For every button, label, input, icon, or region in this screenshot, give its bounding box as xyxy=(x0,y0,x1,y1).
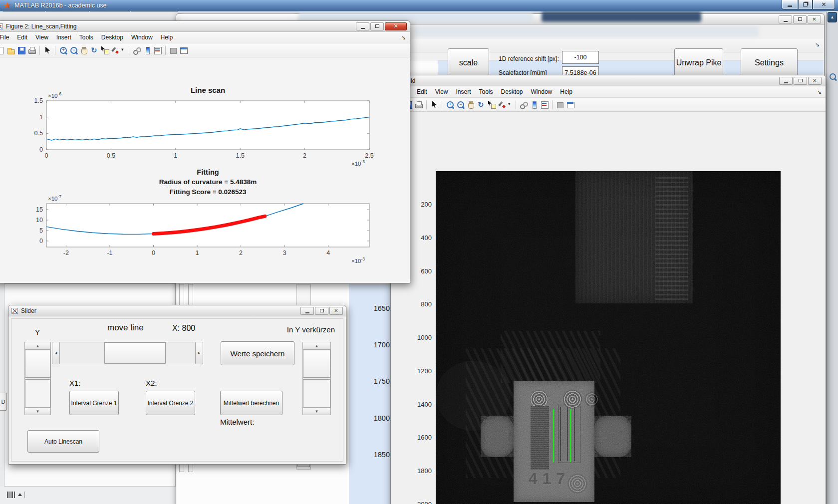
imgfig-close-icon[interactable]: ✕ xyxy=(808,77,822,85)
rotate-3d-icon[interactable] xyxy=(90,46,99,55)
dock-tools-off-icon[interactable] xyxy=(556,100,564,109)
fig2-minimize-button[interactable] xyxy=(356,22,369,30)
svg-text:15: 15 xyxy=(36,206,43,213)
scale-button[interactable]: scale xyxy=(448,48,489,77)
imgfig-dock-arrow-icon[interactable]: ↘ xyxy=(817,89,822,95)
fig2-close-icon[interactable]: ✕ xyxy=(385,22,407,30)
data-cursor-icon[interactable] xyxy=(487,100,496,109)
fig2-maximize-button[interactable] xyxy=(370,22,384,30)
slider-thumb[interactable] xyxy=(104,342,166,364)
auto-linescan-button[interactable]: Auto Linescan xyxy=(27,430,99,453)
maximize-button[interactable] xyxy=(798,0,813,9)
menu-view[interactable]: View xyxy=(31,32,52,42)
menu-edit[interactable]: Edit xyxy=(413,87,431,97)
dock-tools-on-icon[interactable] xyxy=(179,46,188,55)
brush-icon[interactable] xyxy=(111,46,120,55)
slider-trough[interactable] xyxy=(303,379,330,408)
pan-icon[interactable] xyxy=(79,46,88,55)
print-icon[interactable] xyxy=(414,100,423,109)
save-icon[interactable] xyxy=(17,46,26,55)
menu-window[interactable]: Window xyxy=(527,87,557,97)
dock-tools-off-icon[interactable] xyxy=(169,46,178,55)
slider-right-icon[interactable]: ► xyxy=(195,342,203,364)
statusbar-grip[interactable] xyxy=(7,491,25,498)
minimize-button[interactable] xyxy=(782,0,798,9)
slider-window: Slider ✕ Y move line X: 800 In Y verkürz… xyxy=(8,305,346,465)
menu-desktop[interactable]: Desktop xyxy=(97,32,127,42)
link-plot-icon[interactable] xyxy=(132,46,141,55)
interval-grenze-2-button[interactable]: Interval Grenze 2 xyxy=(146,391,195,415)
settings-button[interactable]: Settings xyxy=(741,48,798,77)
blurred-tabs xyxy=(542,11,701,22)
svg-text:0: 0 xyxy=(152,250,155,256)
svg-text:0: 0 xyxy=(45,152,48,159)
menu-tools[interactable]: Tools xyxy=(475,87,497,97)
menu-desktop[interactable]: Desktop xyxy=(497,87,527,97)
slider-up-icon[interactable]: ▲ xyxy=(303,342,330,350)
menu-tools[interactable]: Tools xyxy=(75,32,97,42)
dock-tools-on-icon[interactable] xyxy=(566,100,575,109)
gui-close-icon[interactable]: ✕ xyxy=(808,15,821,23)
caret-icon[interactable] xyxy=(121,46,126,55)
slider-down-icon[interactable]: ▼ xyxy=(25,407,50,415)
magnifier-icon[interactable] xyxy=(829,73,838,83)
y-slider-right[interactable]: ▲ ▼ xyxy=(302,342,331,415)
colorbar-icon[interactable] xyxy=(530,100,539,109)
gui-maximize-button[interactable] xyxy=(793,15,807,23)
unwrap-pike-button[interactable]: Unwrap Pike xyxy=(674,48,723,77)
interval-grenze-1-button[interactable]: Interval Grenze 1 xyxy=(69,391,119,415)
colorbar-icon[interactable] xyxy=(143,46,152,55)
menu-edit[interactable]: Edit xyxy=(13,32,31,42)
print-icon[interactable] xyxy=(27,46,36,55)
gui-dock-arrow-icon[interactable]: ↘ xyxy=(815,41,820,48)
svg-text:2.5: 2.5 xyxy=(365,152,373,159)
menu-help[interactable]: Help xyxy=(556,87,576,97)
mittelwert-berechnen-button[interactable]: Mittelwert berechnen xyxy=(220,391,282,415)
imgfig-minimize-button[interactable] xyxy=(779,77,793,85)
zoom-out-icon[interactable] xyxy=(456,100,465,109)
menu-file[interactable]: File xyxy=(0,32,13,42)
slider-trough[interactable] xyxy=(25,379,50,408)
caret-icon[interactable] xyxy=(508,100,513,109)
slider-close-icon[interactable]: ✕ xyxy=(329,307,343,315)
slider-down-icon[interactable]: ▼ xyxy=(303,407,330,415)
menu-help[interactable]: Help xyxy=(157,32,177,42)
gui-axis-tick-label: 1850 xyxy=(360,451,390,459)
data-cursor-icon[interactable] xyxy=(100,46,109,55)
legend-icon[interactable] xyxy=(540,100,549,109)
slider-thumb[interactable] xyxy=(25,350,50,378)
pan-icon[interactable] xyxy=(466,100,475,109)
pointer-icon[interactable] xyxy=(430,100,439,109)
zoom-in-icon[interactable] xyxy=(445,100,454,109)
slider-maximize-button[interactable] xyxy=(315,307,328,315)
wafer-image[interactable]: 417 xyxy=(436,171,781,504)
gui-minimize-button[interactable] xyxy=(779,15,792,23)
slider-left-icon[interactable]: ◄ xyxy=(52,342,60,364)
menu-insert[interactable]: Insert xyxy=(452,87,475,97)
brush-icon[interactable] xyxy=(498,100,507,109)
close-icon[interactable]: ✕ xyxy=(813,0,835,9)
menu-insert[interactable]: Insert xyxy=(52,32,75,42)
werte-speichern-button[interactable]: Werte speichern xyxy=(221,341,294,365)
menu-view[interactable]: View xyxy=(431,87,452,97)
expand-sidebar-icon[interactable]: ▲ xyxy=(828,12,837,22)
imgfig-maximize-button[interactable] xyxy=(794,77,807,85)
pointer-icon[interactable] xyxy=(43,46,52,55)
move-line-slider[interactable]: ◄ ► xyxy=(52,342,203,364)
rotate-3d-icon[interactable] xyxy=(477,100,486,109)
new-icon[interactable] xyxy=(0,46,5,55)
link-plot-icon[interactable] xyxy=(519,100,528,109)
zoom-in-icon[interactable] xyxy=(58,46,67,55)
image-y-tick-label: 1200 xyxy=(409,367,432,375)
open-icon[interactable] xyxy=(6,46,15,55)
collapsed-panel-tab[interactable]: D xyxy=(0,393,7,411)
zoom-out-icon[interactable] xyxy=(69,46,78,55)
slider-up-icon[interactable]: ▲ xyxy=(25,342,50,350)
menu-window[interactable]: Window xyxy=(127,32,157,42)
ref-shift-input[interactable] xyxy=(562,51,599,64)
y-slider-left[interactable]: ▲ ▼ xyxy=(24,342,51,415)
legend-icon[interactable] xyxy=(153,46,162,55)
fig2-dock-arrow-icon[interactable]: ↘ xyxy=(401,34,406,41)
slider-minimize-button[interactable] xyxy=(300,307,314,315)
slider-thumb[interactable] xyxy=(303,350,330,378)
